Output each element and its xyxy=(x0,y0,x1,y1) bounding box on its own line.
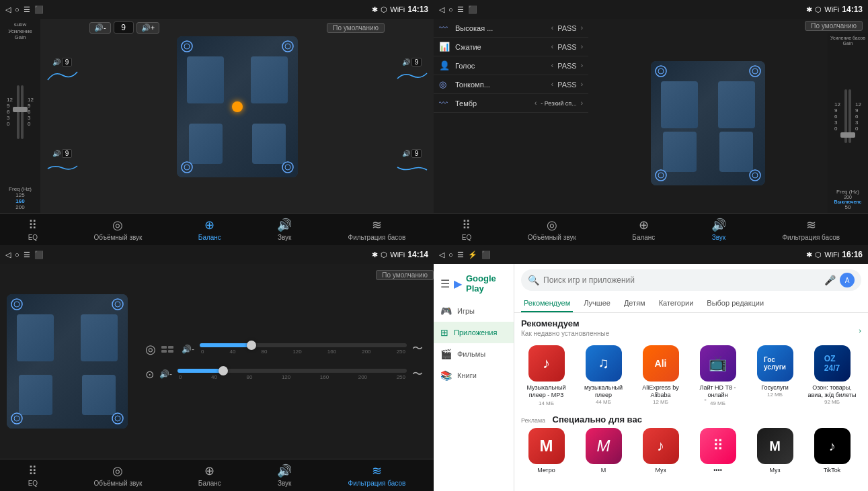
svg-point-21 xyxy=(14,416,19,421)
high-left-arrow[interactable]: ‹ xyxy=(551,24,553,32)
nav-eq-bl[interactable]: ⠿ EQ xyxy=(23,461,43,490)
slider-track-2[interactable] xyxy=(177,369,407,373)
slider-h-1[interactable]: 0 40 80 120 160 200 250 xyxy=(200,343,407,355)
back-icon-tr[interactable]: ◁ xyxy=(439,5,444,14)
app-card-tiktok[interactable]: ♪ TikTok xyxy=(807,428,857,474)
preset-label-tr[interactable]: По умолчанию xyxy=(805,21,863,31)
app-card-dots[interactable]: ⠿ •••• xyxy=(693,428,743,474)
nav-eq-tr[interactable]: ⠿ EQ xyxy=(457,215,477,244)
preset-label-bl[interactable]: По умолчанию xyxy=(376,270,434,280)
timbre-left-arrow[interactable]: ‹ xyxy=(535,99,537,107)
home-icon-br[interactable]: ○ xyxy=(448,251,453,259)
nav-balance-bl[interactable]: ⊕ Баланс xyxy=(193,461,227,490)
home-icon-tr[interactable]: ○ xyxy=(448,5,453,13)
back-icon-br[interactable]: ◁ xyxy=(439,251,444,259)
svg-point-0 xyxy=(182,41,192,52)
app-card-gov[interactable]: Госуслуги Госуслуги 12 МБ xyxy=(750,345,800,406)
menu-icon[interactable]: ☰ xyxy=(24,5,30,14)
gplay-nav-apps[interactable]: ⊞ Приложения xyxy=(434,322,514,343)
nav-surround-bl[interactable]: ◎ Объёмный звук xyxy=(88,461,147,490)
nav-sound-tr[interactable]: 🔊 Звук xyxy=(706,215,732,244)
avatar-icon[interactable]: A xyxy=(840,273,855,287)
search-input[interactable] xyxy=(543,275,820,285)
tab-best[interactable]: Лучшее xyxy=(581,295,613,312)
gain-scales: 12 9 6 3 0 12 9 6 xyxy=(7,41,34,183)
compress-right-arrow[interactable]: › xyxy=(581,43,583,50)
vol-down-btn[interactable]: 🔊- xyxy=(89,22,111,34)
app-card-oz[interactable]: OZ24/7 Озон: товары, авиа, ж/д билеты 92… xyxy=(807,345,857,406)
nav-filter-tl[interactable]: ≋ Фильтрация басов xyxy=(343,215,411,244)
gplay-nav-games[interactable]: 🎮 Игры xyxy=(434,300,514,322)
slider-thumb-2[interactable] xyxy=(219,366,228,375)
compress-left-arrow[interactable]: ‹ xyxy=(551,43,553,50)
voice-right-arrow[interactable]: › xyxy=(581,62,583,69)
balance-dot[interactable] xyxy=(232,101,243,112)
nav-eq-tl[interactable]: ⠿ EQ xyxy=(23,215,43,244)
tab-recommend[interactable]: Рекомендуем xyxy=(521,295,573,312)
timbre-right-arrow[interactable]: › xyxy=(581,99,583,107)
slider-v-2[interactable] xyxy=(21,85,24,139)
settings-item-high[interactable]: 〰 Высокая ... ‹ PASS › xyxy=(434,19,588,38)
app-card-aliexpress[interactable]: Ali AliExpress by Alibaba 12 МБ xyxy=(635,345,686,406)
nav-balance-tl[interactable]: ⊕ Баланс xyxy=(193,215,227,244)
nav-sound-bl[interactable]: 🔊 Звук xyxy=(272,461,297,490)
preset-label-tl[interactable]: По умолчанию xyxy=(327,23,385,33)
settings-item-compress[interactable]: 📊 Сжатие ‹ PASS › xyxy=(434,38,588,56)
toncomp-left-arrow[interactable]: ‹ xyxy=(551,81,553,88)
gplay-nav-books[interactable]: 📚 Книги xyxy=(434,365,514,386)
nav-surround-label-bl: Объёмный звук xyxy=(93,480,142,487)
app-card-muzrus[interactable]: M Муз xyxy=(750,428,800,474)
hamburger-icon[interactable]: ☰ xyxy=(440,277,450,290)
settings-item-timbre[interactable]: 〰 Тембр ‹ - Резкий сп... › xyxy=(434,94,588,113)
slider-rv-2[interactable] xyxy=(849,89,851,143)
bookmark-icon-tr[interactable]: ⬛ xyxy=(468,5,477,14)
nav-balance-tr[interactable]: ⊕ Баланс xyxy=(627,215,660,244)
home-icon[interactable]: ○ xyxy=(15,5,19,13)
tab-categories[interactable]: Категории xyxy=(656,295,697,312)
slider-h-2[interactable]: 0 40 80 120 160 200 250 xyxy=(177,369,407,380)
menu-icon-tr[interactable]: ☰ xyxy=(457,5,464,14)
bookmark-icon[interactable]: ⬛ xyxy=(34,5,44,14)
back-icon-bl[interactable]: ◁ xyxy=(5,251,11,259)
nav-filter-bl[interactable]: ≋ Фильтрация басов xyxy=(343,461,411,490)
bookmark-icon-bl[interactable]: ⬛ xyxy=(34,251,44,259)
tab-kids[interactable]: Детям xyxy=(621,295,648,312)
menu-icon-br[interactable]: ☰ xyxy=(457,251,464,259)
bookmark-icon-br[interactable]: ⬛ xyxy=(481,251,491,259)
app-card-music2[interactable]: ♫ музыкальный плеер 44 МБ xyxy=(578,345,629,406)
svg-point-12 xyxy=(656,170,666,181)
app-card-metro[interactable]: М Метро xyxy=(521,428,571,474)
nav-filter-tr[interactable]: ≋ Фильтрация басов xyxy=(777,215,845,244)
menu-icon-bl[interactable]: ☰ xyxy=(24,251,30,259)
app-card-muzplayer[interactable]: ♪ Муз xyxy=(635,428,686,474)
app-card-m[interactable]: М М xyxy=(578,428,629,474)
settings-item-toncomp[interactable]: ◎ Тонкомп... ‹ PASS › xyxy=(434,75,588,94)
recommend-title: Рекомендуем xyxy=(521,318,609,328)
settings-item-voice[interactable]: 👤 Голос ‹ PASS › xyxy=(434,56,588,75)
vol-up-btn[interactable]: 🔊+ xyxy=(136,22,159,34)
eq-curve-rf xyxy=(396,68,428,83)
back-icon[interactable]: ◁ xyxy=(5,5,11,14)
slider-v-1[interactable] xyxy=(17,85,19,139)
gplay-nav-movies[interactable]: 🎬 Фильмы xyxy=(434,343,514,365)
nav-sound-tl[interactable]: 🔊 Звук xyxy=(272,215,297,244)
voice-left-arrow[interactable]: ‹ xyxy=(551,62,553,69)
app-card-tv[interactable]: 📺 Лайт HD T8 - онлайн бесплатно 49 МБ xyxy=(693,345,743,406)
slider-v-group-r xyxy=(844,89,851,143)
slider-row-2: ⊙ 🔊- 0 40 80 120 160 200 250 xyxy=(145,367,423,382)
mic-icon[interactable]: 🎤 xyxy=(824,275,836,285)
slider-thumb-1[interactable] xyxy=(247,341,256,350)
home-icon-bl[interactable]: ○ xyxy=(15,251,19,259)
car-diagram-tl xyxy=(177,36,298,177)
toncomp-right-arrow[interactable]: › xyxy=(581,81,583,88)
gplay-search-bar[interactable]: 🔍 🎤 A xyxy=(521,269,861,291)
high-right-arrow[interactable]: › xyxy=(581,24,583,32)
slider-track-1[interactable] xyxy=(200,343,407,347)
app-card-music1[interactable]: ♪ Музыкальный плеер - MP3 плеер , Плеер … xyxy=(521,345,571,406)
nav-surround-tl[interactable]: ◎ Объёмный звук xyxy=(88,215,147,244)
nav-surround-tr[interactable]: ◎ Объёмный звук xyxy=(522,215,582,244)
tab-editorial[interactable]: Выбор редакции xyxy=(704,295,766,312)
slider-row-1: ◎ 🔊- xyxy=(145,342,423,357)
see-more-button[interactable]: › xyxy=(859,326,861,334)
app-name-metro: Метро xyxy=(537,467,555,474)
